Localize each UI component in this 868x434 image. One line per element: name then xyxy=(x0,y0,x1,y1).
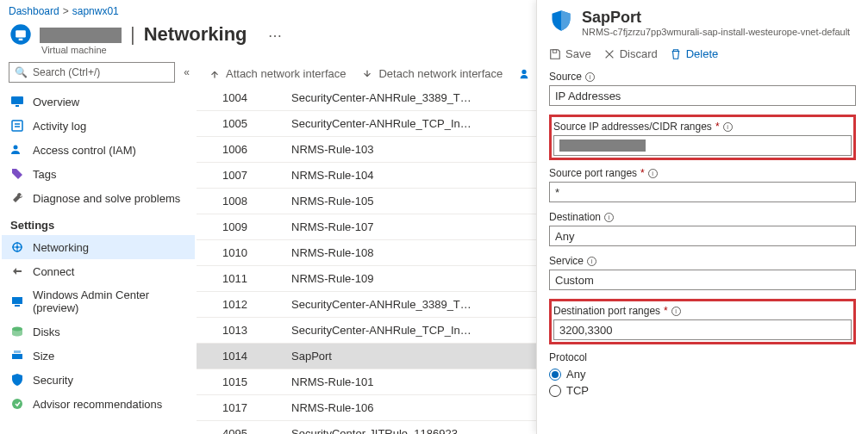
radio-icon xyxy=(549,385,561,397)
sidebar: 🔍 Search (Ctrl+/) « Overview Activity lo… xyxy=(0,62,197,434)
info-icon[interactable]: i xyxy=(604,213,614,222)
field-source-port: Source port ranges * i * xyxy=(549,167,856,202)
more-icon[interactable]: ⋯ xyxy=(268,28,283,44)
detach-icon xyxy=(361,68,373,80)
field-protocol: Protocol Any TCP xyxy=(549,351,856,399)
sidebar-item-label: Connect xyxy=(33,265,74,278)
sidebar-item-label: Disks xyxy=(33,326,60,338)
save-button[interactable]: Save xyxy=(549,47,591,60)
connect-icon xyxy=(10,264,24,278)
sidebar-item-security[interactable]: Security xyxy=(2,368,195,392)
field-label-text: Destination xyxy=(549,211,601,223)
field-label-text: Source xyxy=(549,71,582,83)
monitor-icon xyxy=(10,95,24,108)
detach-network-interface-button[interactable]: Detach network interface xyxy=(361,67,503,80)
resource-name-redacted xyxy=(40,28,122,43)
svg-rect-13 xyxy=(12,297,22,304)
protocol-tcp-radio[interactable]: TCP xyxy=(549,382,856,399)
panel-subtitle: NRMS-c7fjzrzu7pp3wmurali-sap-install-wes… xyxy=(582,27,850,37)
breadcrumb-current[interactable]: sapnwx01 xyxy=(72,5,119,17)
disks-icon xyxy=(10,325,24,338)
search-input[interactable]: 🔍 Search (Ctrl+/) xyxy=(9,62,175,83)
cell-priority: 1004 xyxy=(197,91,291,104)
toolbar-label: Detach network interface xyxy=(378,67,503,80)
sidebar-item-iam[interactable]: Access control (IAM) xyxy=(2,138,195,162)
sidebar-item-label: Advisor recommendations xyxy=(33,398,162,411)
sidebar-item-label: Security xyxy=(33,374,73,387)
sidebar-item-connect[interactable]: Connect xyxy=(2,259,195,283)
sidebar-item-advisor[interactable]: Advisor recommendations xyxy=(2,392,195,416)
svg-rect-1 xyxy=(16,30,26,37)
shield-icon xyxy=(10,373,24,387)
cell-priority: 1011 xyxy=(197,272,291,285)
rule-detail-panel: SapPort NRMS-c7fjzrzu7pp3wmurali-sap-ins… xyxy=(536,0,868,434)
toolbar-label: Attach network interface xyxy=(226,67,346,80)
destination-select[interactable]: Any xyxy=(549,226,856,246)
info-icon[interactable]: i xyxy=(585,72,595,82)
sidebar-item-diagnose[interactable]: Diagnose and solve problems xyxy=(2,186,195,210)
collapse-sidebar-button[interactable]: « xyxy=(184,66,190,78)
cell-priority: 1015 xyxy=(197,375,291,388)
dest-port-input[interactable]: 3200,3300 xyxy=(553,319,852,340)
field-label-text: Source IP addresses/CIDR ranges xyxy=(553,121,712,133)
cell-priority: 1007 xyxy=(197,169,291,182)
cell-priority: 1012 xyxy=(197,298,291,311)
wrench-icon xyxy=(10,191,24,205)
field-label-text: Service xyxy=(549,255,584,267)
attach-icon xyxy=(209,68,221,80)
cell-priority: 4095 xyxy=(197,427,291,434)
vm-icon xyxy=(9,22,33,46)
admin-center-icon xyxy=(10,294,24,308)
sidebar-item-size[interactable]: Size xyxy=(2,344,195,368)
sidebar-item-disks[interactable]: Disks xyxy=(2,319,195,344)
breadcrumb-dashboard[interactable]: Dashboard xyxy=(9,5,59,17)
svg-rect-14 xyxy=(15,305,20,307)
action-label: Delete xyxy=(686,47,719,60)
service-select[interactable]: Custom xyxy=(549,270,856,290)
sidebar-item-label: Size xyxy=(33,350,54,363)
source-port-input[interactable]: * xyxy=(549,182,856,202)
svg-rect-4 xyxy=(16,105,19,107)
info-icon[interactable]: i xyxy=(723,122,733,132)
delete-button[interactable]: Delete xyxy=(670,47,719,60)
source-ip-input[interactable] xyxy=(553,135,852,156)
chevron-right-icon: > xyxy=(63,5,69,17)
search-placeholder: Search (Ctrl+/) xyxy=(33,66,100,78)
close-icon xyxy=(603,48,615,60)
info-icon[interactable]: i xyxy=(671,307,681,316)
sidebar-item-activity[interactable]: Activity log xyxy=(2,114,195,138)
trash-icon xyxy=(670,48,682,60)
svg-point-18 xyxy=(12,399,22,409)
sidebar-item-networking[interactable]: Networking xyxy=(2,235,195,259)
action-label: Save xyxy=(565,47,591,60)
attach-network-interface-button[interactable]: Attach network interface xyxy=(209,67,346,80)
shield-icon xyxy=(549,9,573,33)
protocol-any-radio[interactable]: Any xyxy=(549,366,856,382)
sidebar-item-wac[interactable]: Windows Admin Center (preview) xyxy=(2,283,195,319)
svg-rect-5 xyxy=(12,121,22,131)
radio-icon xyxy=(549,369,561,381)
sidebar-item-overview[interactable]: Overview xyxy=(2,90,195,114)
field-source: Source i IP Addresses xyxy=(549,71,856,106)
save-icon xyxy=(549,48,561,60)
field-service: Service i Custom xyxy=(549,255,856,290)
svg-point-8 xyxy=(14,146,18,150)
advisor-icon xyxy=(10,397,24,411)
page-title: Networking xyxy=(144,23,247,46)
source-select[interactable]: IP Addresses xyxy=(549,85,856,106)
info-icon[interactable]: i xyxy=(587,257,596,266)
sidebar-item-tags[interactable]: Tags xyxy=(2,162,195,186)
svg-rect-2 xyxy=(19,39,23,40)
svg-rect-16 xyxy=(12,354,22,359)
network-icon xyxy=(10,240,24,254)
panel-title: SapPort xyxy=(582,9,850,27)
people-icon xyxy=(10,143,24,157)
discard-button[interactable]: Discard xyxy=(603,47,658,60)
field-label-text: Protocol xyxy=(549,351,587,363)
log-icon xyxy=(10,119,24,133)
person-icon xyxy=(518,68,530,80)
svg-rect-17 xyxy=(14,350,21,353)
info-icon[interactable]: i xyxy=(648,169,658,178)
cell-priority: 1009 xyxy=(197,220,291,233)
sidebar-item-label: Diagnose and solve problems xyxy=(33,192,180,205)
